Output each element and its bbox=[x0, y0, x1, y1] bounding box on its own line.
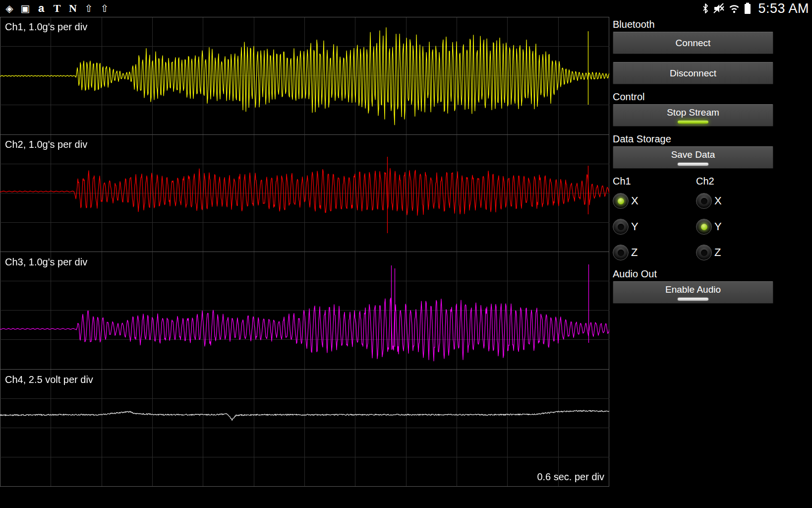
system-status-icons: 5:53 AM bbox=[701, 1, 809, 16]
radio-ch1-z-label: Z bbox=[631, 246, 638, 259]
radio-dot bbox=[701, 250, 707, 256]
disconnect-button[interactable]: Disconnect bbox=[613, 62, 773, 84]
bluetooth-section-label: Bluetooth bbox=[613, 18, 812, 31]
control-panel: Bluetooth Connect Disconnect Control Sto… bbox=[611, 17, 812, 508]
screenshot-saved-icon: ⇧ bbox=[82, 1, 95, 16]
channel2-label: Ch2, 1.0g's per div bbox=[5, 139, 87, 150]
radio-ch1-z[interactable] bbox=[613, 245, 629, 260]
stop-stream-label: Stop Stream bbox=[667, 107, 719, 118]
note-app-icon: N bbox=[66, 1, 79, 16]
radio-ch1-y-label: Y bbox=[631, 220, 638, 233]
control-section-label: Control bbox=[613, 90, 812, 103]
radio-ch2-y-label: Y bbox=[714, 220, 722, 233]
audio-enabled-indicator bbox=[678, 298, 708, 301]
amazon-icon: a bbox=[35, 1, 48, 16]
channel-select-header: Ch1 Ch2 bbox=[612, 176, 812, 187]
radio-dot bbox=[618, 224, 624, 230]
save-data-button[interactable]: Save Data bbox=[613, 146, 773, 169]
clock: 5:53 AM bbox=[758, 1, 809, 16]
dropbox-icon: ◈ bbox=[3, 1, 16, 16]
scope-canvas[interactable] bbox=[0, 17, 609, 487]
data-storage-section-label: Data Storage bbox=[613, 132, 812, 145]
radio-ch1-x-label: X bbox=[631, 194, 638, 207]
audio-section-label: Audio Out bbox=[613, 267, 812, 280]
bluetooth-icon bbox=[701, 2, 709, 14]
radio-dot bbox=[618, 198, 624, 204]
nyt-icon: T bbox=[51, 1, 63, 16]
notification-icons: ◈ ▣ a T N ⇧ ⇧ bbox=[3, 1, 111, 16]
radio-ch2-x-label: X bbox=[714, 194, 722, 207]
enable-audio-label: Enable Audio bbox=[665, 284, 721, 295]
ch1-column-label: Ch1 bbox=[613, 176, 696, 187]
radio-ch2-z[interactable] bbox=[696, 245, 712, 260]
stop-stream-button[interactable]: Stop Stream bbox=[613, 104, 773, 127]
radio-ch1-x[interactable] bbox=[613, 193, 629, 209]
channel3-label: Ch3, 1.0g's per div bbox=[5, 256, 87, 268]
radio-dot bbox=[618, 250, 624, 256]
battery-icon bbox=[744, 2, 752, 15]
radio-ch2-z-label: Z bbox=[714, 246, 721, 259]
channel4-label: Ch4, 2.5 volt per div bbox=[5, 374, 93, 385]
radio-dot bbox=[701, 224, 707, 230]
connect-button[interactable]: Connect bbox=[613, 32, 773, 54]
enable-audio-button[interactable]: Enable Audio bbox=[613, 281, 773, 304]
axis-row-z: Z Z bbox=[612, 240, 812, 265]
radio-ch2-x[interactable] bbox=[696, 193, 712, 209]
radio-ch2-y[interactable] bbox=[696, 219, 712, 235]
save-data-label: Save Data bbox=[671, 149, 715, 160]
radio-ch1-y[interactable] bbox=[613, 219, 629, 235]
axis-row-y: Y Y bbox=[612, 214, 812, 240]
screen: ◈ ▣ a T N ⇧ ⇧ bbox=[0, 0, 812, 508]
radio-dot bbox=[701, 198, 707, 204]
channel1-label: Ch1, 1.0g's per div bbox=[5, 21, 87, 33]
mute-icon bbox=[713, 2, 725, 14]
status-bar: ◈ ▣ a T N ⇧ ⇧ bbox=[0, 0, 812, 17]
gallery-icon: ▣ bbox=[19, 1, 32, 16]
ch2-column-label: Ch2 bbox=[696, 176, 714, 187]
wifi-icon bbox=[728, 2, 740, 14]
save-data-indicator bbox=[678, 163, 708, 166]
axis-radio-grid: X X Y Y Z bbox=[612, 188, 812, 265]
stream-active-indicator bbox=[678, 121, 708, 124]
screenshot-saved-icon-2: ⇧ bbox=[98, 1, 111, 16]
axis-row-x: X X bbox=[612, 188, 812, 214]
timebase-label: 0.6 sec. per div bbox=[537, 471, 604, 483]
scope-area: Ch1, 1.0g's per div Ch2, 1.0g's per div … bbox=[0, 17, 609, 487]
